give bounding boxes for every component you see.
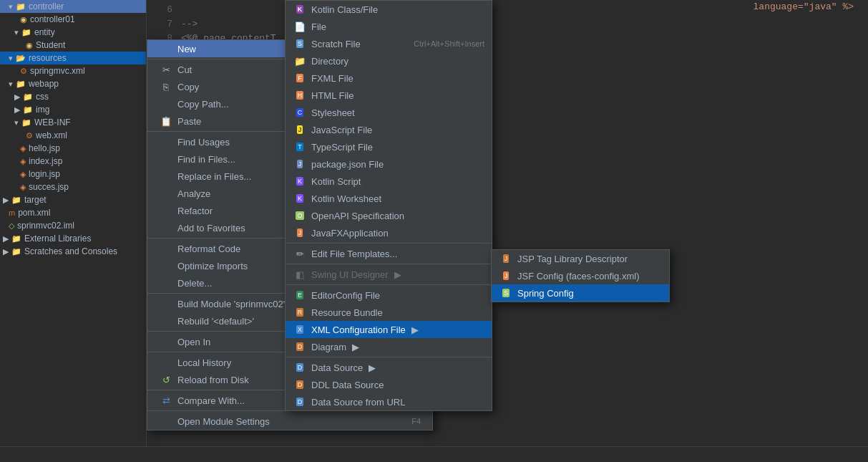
sidebar-item-label: webapp xyxy=(29,79,59,89)
submenu-item-label: Kotlin Script xyxy=(311,176,361,187)
sidebar-item-target[interactable]: ▶ 📁 target xyxy=(0,193,146,206)
submenu-item-label: Directory xyxy=(311,56,348,67)
arrow-icon: ▶ xyxy=(352,342,359,352)
sidebar-item-css[interactable]: ▶ 📁 css xyxy=(0,90,146,103)
submenu-item-scratch[interactable]: S Scratch File Ctrl+Alt+Shift+Insert xyxy=(286,35,492,52)
submenu-item-spring[interactable]: S Spring Config xyxy=(492,284,669,302)
status-bar xyxy=(0,446,868,462)
sidebar-item-iml[interactable]: ◇ sprinmvc02.iml xyxy=(0,219,146,232)
sidebar-item-label: web.xml xyxy=(36,130,67,140)
sidebar-item-entity[interactable]: ▾ 📁 entity xyxy=(0,26,146,39)
sidebar-item-pomxml[interactable]: m pom.xml xyxy=(0,206,146,219)
submenu-item-openapi[interactable]: O OpenAPI Specification xyxy=(286,207,492,224)
submenu-item-label: package.json File xyxy=(311,159,384,170)
submenu-item-file[interactable]: 📄 File xyxy=(286,18,492,35)
sidebar-item-label: Student xyxy=(36,40,65,50)
edit-icon: ✏ xyxy=(293,249,307,259)
folder-icon: 📁 xyxy=(21,118,31,127)
sidebar-item-succes-jsp[interactable]: ◈ succes.jsp xyxy=(0,181,146,193)
menu-item-module-settings[interactable]: Open Module Settings F4 xyxy=(147,413,432,430)
submenu-item-html[interactable]: H HTML File xyxy=(286,87,492,104)
submenu-item-diagram[interactable]: D Diagram ▶ xyxy=(286,338,492,355)
cut-icon: ✂ xyxy=(159,64,173,75)
sidebar-item-controller01[interactable]: ◉ controller01 xyxy=(0,13,146,26)
sidebar-item-external-libraries[interactable]: ▶ 📁 External Libraries xyxy=(0,232,146,245)
sidebar-item-label: img xyxy=(36,105,49,115)
submenu-item-label: Data Source from URL xyxy=(311,397,406,408)
sidebar-item-resources[interactable]: ▾ 📂 resources xyxy=(0,52,146,64)
submenu-item-edit-templates[interactable]: ✏ Edit File Templates... xyxy=(286,245,492,262)
submenu-item-datasource[interactable]: D Data Source ▶ xyxy=(286,359,492,376)
submenu-item-fxml[interactable]: F FXML File xyxy=(286,69,492,87)
sidebar-item-label: resources xyxy=(29,53,67,63)
submenu-item-jsp-tag[interactable]: J JSP Tag Library Descriptor xyxy=(492,250,669,267)
submenu-item-editor-config[interactable]: E EditorConfig File xyxy=(286,287,492,304)
arrow-icon: ▶ xyxy=(394,269,401,280)
folder-icon: 📁 xyxy=(23,92,33,102)
sidebar-item-label: controller01 xyxy=(30,14,75,24)
css-icon: C xyxy=(293,108,307,117)
sidebar-item-index-jsp[interactable]: ◈ index.jsp xyxy=(0,155,146,168)
submenu-item-label: Diagram xyxy=(311,342,346,352)
chevron-right-icon: ▶ xyxy=(14,105,20,115)
folder-icon: 📁 xyxy=(23,105,33,115)
submenu-item-js[interactable]: J JavaScript File xyxy=(286,121,492,138)
submenu-item-label: TypeScript File xyxy=(311,142,373,153)
chevron-right-icon: ▶ xyxy=(14,92,20,102)
submenu-item-label: Resource Bundle xyxy=(311,307,383,318)
sidebar-item-webapp[interactable]: ▾ 📁 webapp xyxy=(0,77,146,90)
submenu-item-kotlin-class[interactable]: K Kotlin Class/File xyxy=(286,1,492,18)
sidebar-item-label: pom.xml xyxy=(18,208,50,218)
submenu-separator xyxy=(286,284,492,285)
sidebar-item-student[interactable]: ◉ Student xyxy=(0,39,146,52)
spring-icon: S xyxy=(499,289,513,297)
compare-icon: ⇄ xyxy=(159,395,173,406)
sidebar-item-webxml[interactable]: ⚙ web.xml xyxy=(0,129,146,142)
java-icon: ◉ xyxy=(20,15,27,24)
submenu-item-ts[interactable]: T TypeScript File xyxy=(286,138,492,155)
sidebar-item-springmvc[interactable]: ⚙ springmvc.xml xyxy=(0,64,146,77)
sidebar-item-label: springmvc.xml xyxy=(30,66,85,76)
submenu-item-datasource-url[interactable]: D Data Source from URL xyxy=(286,393,492,410)
submenu-item-label: DDL Data Source xyxy=(311,380,384,390)
submenu-item-xml-config[interactable]: X XML Configuration File ▶ xyxy=(286,321,492,338)
sidebar-item-label: entity xyxy=(34,27,55,37)
submenu-item-label: JSP Tag Library Descriptor xyxy=(517,254,628,264)
paste-icon: 📋 xyxy=(159,116,173,127)
sidebar-item-controller[interactable]: ▾ 📁 controller xyxy=(0,0,146,13)
submenu-item-label: JavaFXApplication xyxy=(311,228,389,239)
sidebar-item-webinf[interactable]: ▾ 📁 WEB-INF xyxy=(0,116,146,129)
submenu-separator xyxy=(286,243,492,244)
sidebar-item-img[interactable]: ▶ 📁 img xyxy=(0,103,146,116)
html-icon: H xyxy=(293,91,307,100)
kotlin-icon: K xyxy=(293,194,307,203)
jsp-icon: ◈ xyxy=(20,144,26,153)
chevron-right-icon: ▾ xyxy=(14,28,19,37)
editor-config-icon: E xyxy=(293,291,307,299)
sidebar-item-login-jsp[interactable]: ◈ login.jsp xyxy=(0,168,146,181)
submenu-item-kotlin-worksheet[interactable]: K Kotlin Worksheet xyxy=(286,190,492,207)
ts-icon: T xyxy=(293,143,307,151)
folder-icon: 📁 xyxy=(21,28,31,37)
chevron-down-icon: ▾ xyxy=(9,80,13,89)
submenu-item-label: JSF Config (faces-config.xml) xyxy=(517,271,640,281)
submenu-item-label: Data Source xyxy=(311,362,363,373)
ide-background: ▾ 📁 controller ◉ controller01 ▾ 📁 entity… xyxy=(0,0,868,462)
sidebar-item-label: css xyxy=(36,92,49,102)
chevron-right-icon: ▶ xyxy=(3,196,9,205)
submenu-item-stylesheet[interactable]: C Stylesheet xyxy=(286,104,492,121)
submenu-separator xyxy=(286,357,492,357)
submenu-item-javafx[interactable]: J JavaFXApplication xyxy=(286,224,492,241)
sidebar-item-hello-jsp[interactable]: ◈ hello.jsp xyxy=(0,142,146,155)
sidebar-item-label: index.jsp xyxy=(29,156,62,166)
submenu-item-jsf[interactable]: J JSF Config (faces-config.xml) xyxy=(492,267,669,284)
submenu-item-json[interactable]: J package.json File xyxy=(286,155,492,173)
sidebar-item-scratches[interactable]: ▶ 📁 Scratches and Consoles xyxy=(0,245,146,258)
submenu-item-resource-bundle[interactable]: R Resource Bundle xyxy=(286,304,492,321)
submenu-item-ddl[interactable]: D DDL Data Source xyxy=(286,376,492,393)
submenu-item-kotlin-script[interactable]: K Kotlin Script xyxy=(286,173,492,190)
submenu-item-swing[interactable]: ◧ Swing UI Designer ▶ xyxy=(286,266,492,283)
submenu-item-directory[interactable]: 📁 Directory xyxy=(286,52,492,69)
diagram-icon: D xyxy=(293,342,307,351)
sidebar-item-label: controller xyxy=(29,1,64,11)
